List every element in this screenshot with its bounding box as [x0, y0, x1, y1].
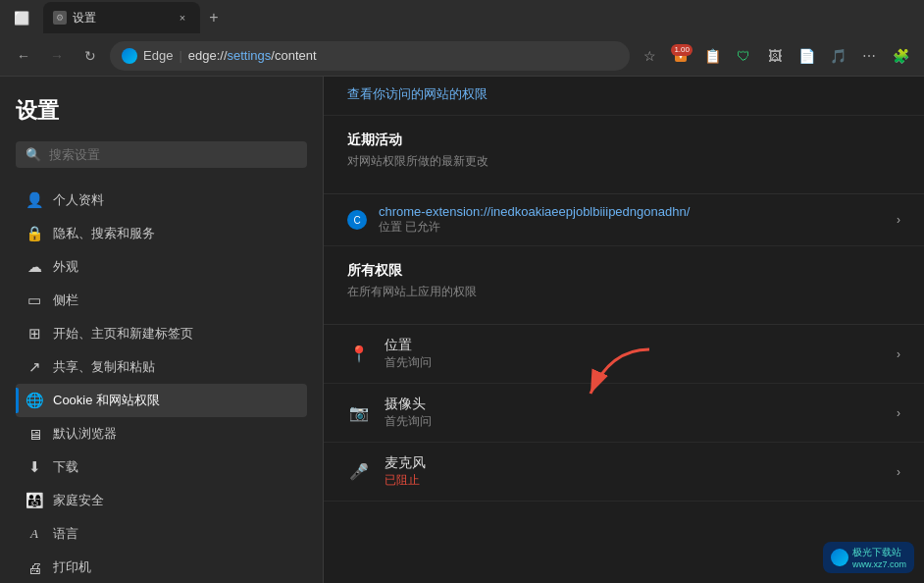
profile-icon: 👤 [26, 191, 43, 209]
window-controls: ⬜ [8, 4, 35, 31]
browser-label: 默认浏览器 [53, 425, 117, 443]
sidebar-item-printer[interactable]: 🖨 打印机 [16, 551, 307, 583]
content-area: 查看你访问的网站的权限 近期活动 对网站权限所做的最新更改 C chrome-e… [324, 77, 924, 583]
location-permission[interactable]: 📍 位置 首先询问 › [324, 325, 924, 384]
sidebar-item-family[interactable]: 👨‍👩‍👧 家庭安全 [16, 484, 307, 517]
recent-subtitle: 对网站权限所做的最新更改 [347, 153, 900, 170]
family-label: 家庭安全 [53, 492, 104, 509]
downloads-badge: 1.00 [671, 44, 693, 56]
location-chevron-icon: › [897, 347, 900, 361]
nav-bar: ← → ↻ Edge | edge://settings/content ☆ ▼… [0, 35, 924, 77]
location-info: 位置 首先询问 [385, 337, 883, 371]
collections-icon[interactable]: 📋 [698, 42, 726, 70]
privacy-label: 隐私、搜索和服务 [53, 225, 155, 242]
sidebar-item-browser[interactable]: 🖥 默认浏览器 [16, 417, 307, 450]
site-info: chrome-extension://inedkoakiaeepjoblbiii… [379, 204, 885, 236]
chevron-right-icon: › [897, 213, 900, 227]
sidebar-item-profile[interactable]: 👤 个人资料 [16, 184, 307, 217]
download-icon: ⬇ [26, 458, 43, 476]
microphone-chevron-icon: › [897, 465, 900, 479]
site-status: 位置 已允许 [379, 219, 885, 236]
location-name: 位置 [385, 337, 883, 354]
language-label: 语言 [53, 525, 78, 543]
cookies-icon: 🌐 [26, 392, 43, 409]
address-bar[interactable]: Edge | edge://settings/content [110, 41, 630, 71]
address-text: edge://settings/content [188, 48, 317, 63]
download-label: 下载 [53, 458, 78, 476]
start-icon: ⊞ [26, 325, 43, 343]
settings-link: settings [228, 48, 272, 63]
edge-label: Edge [143, 48, 173, 63]
recent-item[interactable]: C chrome-extension://inedkoakiaeepjoblbi… [324, 194, 924, 246]
back-button[interactable]: ← [10, 42, 37, 70]
sidebar: 设置 🔍 👤 个人资料 🔒 隐私、搜索和服务 ☁ 外观 ▭ 侧栏 ⊞ 开始、主页… [0, 77, 324, 583]
downloads-icon[interactable]: ▼ 1.00 [667, 42, 694, 70]
camera-chevron-icon: › [897, 406, 900, 420]
sidebar-item-appearance[interactable]: ☁ 外观 [16, 250, 307, 284]
search-box[interactable]: 🔍 [16, 141, 307, 168]
sidebar-title: 设置 [16, 96, 307, 126]
site-url: chrome-extension://inedkoakiaeepjoblbiii… [379, 204, 885, 219]
profile-label: 个人资料 [53, 191, 104, 209]
top-desc[interactable]: 查看你访问的网站的权限 [347, 86, 488, 101]
active-tab[interactable]: ⚙ 设置 × [43, 2, 200, 33]
more-icon[interactable]: ⋯ [855, 42, 883, 70]
family-icon: 👨‍👩‍👧 [26, 492, 43, 509]
microphone-permission[interactable]: 🎤 麦克风 已阻止 › [324, 443, 924, 502]
location-icon: 📍 [347, 343, 371, 366]
sidebar-label: 侧栏 [53, 292, 78, 309]
media-icon[interactable]: 🎵 [824, 42, 851, 70]
sidebar-item-cookies[interactable]: 🌐 Cookie 和网站权限 [16, 384, 307, 417]
favorites-icon[interactable]: ☆ [636, 42, 663, 70]
sidebar-item-share[interactable]: ↗ 共享、复制和粘贴 [16, 350, 307, 384]
sidebar-item-start[interactable]: ⊞ 开始、主页和新建标签页 [16, 317, 307, 350]
location-status: 首先询问 [385, 354, 883, 371]
printer-label: 打印机 [53, 558, 91, 576]
camera-name: 摄像头 [385, 396, 883, 413]
adblock-icon[interactable]: 🛡 [730, 42, 757, 70]
refresh-button[interactable]: ↻ [77, 42, 104, 70]
recent-activity-section: 近期活动 对网站权限所做的最新更改 [324, 116, 924, 194]
tab-title: 设置 [73, 10, 169, 26]
tab-close-button[interactable]: × [175, 10, 190, 26]
all-permissions-section: 所有权限 在所有网站上应用的权限 [324, 246, 924, 325]
search-icon: 🔍 [26, 147, 41, 162]
microphone-icon: 🎤 [347, 460, 371, 484]
start-label: 开始、主页和新建标签页 [53, 325, 193, 343]
all-perm-subtitle: 在所有网站上应用的权限 [347, 284, 900, 300]
watermark-text: 极光下载站 www.xz7.com [852, 546, 906, 569]
sidebar-item-sidebar[interactable]: ▭ 侧栏 [16, 284, 307, 317]
appearance-label: 外观 [53, 258, 78, 276]
tab-favicon: ⚙ [53, 11, 67, 25]
site-favicon: C [347, 210, 367, 230]
extensions-icon[interactable]: 🧩 [887, 42, 914, 70]
watermark: 极光下载站 www.xz7.com [823, 542, 914, 573]
toolbar-icons: ☆ ▼ 1.00 📋 🛡 🖼 📄 🎵 ⋯ 🧩 [636, 42, 914, 70]
camera-icon: 📷 [347, 401, 371, 425]
camera-permission[interactable]: 📷 摄像头 首先询问 › [324, 384, 924, 443]
sidebar-item-language[interactable]: A 语言 [16, 517, 307, 551]
permissions-list: 📍 位置 首先询问 › 📷 摄像头 首先询问 › 🎤 [324, 325, 924, 502]
new-tab-button[interactable]: + [200, 4, 228, 31]
camera-info: 摄像头 首先询问 [385, 396, 883, 430]
appearance-icon: ☁ [26, 258, 43, 276]
main-content: 设置 🔍 👤 个人资料 🔒 隐私、搜索和服务 ☁ 外观 ▭ 侧栏 ⊞ 开始、主页… [0, 77, 924, 583]
reading-list-icon[interactable]: 📄 [793, 42, 820, 70]
microphone-status: 已阻止 [385, 472, 883, 489]
screenshot-icon[interactable]: 🖼 [761, 42, 789, 70]
camera-status: 首先询问 [385, 413, 883, 430]
sidebar-item-privacy[interactable]: 🔒 隐私、搜索和服务 [16, 217, 307, 250]
share-icon: ↗ [26, 358, 43, 376]
watermark-site-name: 极光下载站 [852, 546, 906, 559]
privacy-icon: 🔒 [26, 225, 43, 242]
sidebar-toggle[interactable]: ⬜ [8, 4, 35, 31]
cookies-label: Cookie 和网站权限 [53, 392, 160, 409]
top-desc-section: 查看你访问的网站的权限 [324, 77, 924, 116]
forward-button[interactable]: → [43, 42, 71, 70]
sidebar-icon: ▭ [26, 292, 43, 309]
language-icon: A [26, 525, 43, 543]
sidebar-item-download[interactable]: ⬇ 下载 [16, 450, 307, 484]
share-label: 共享、复制和粘贴 [53, 358, 155, 376]
search-input[interactable] [49, 147, 297, 162]
printer-icon: 🖨 [26, 558, 43, 576]
